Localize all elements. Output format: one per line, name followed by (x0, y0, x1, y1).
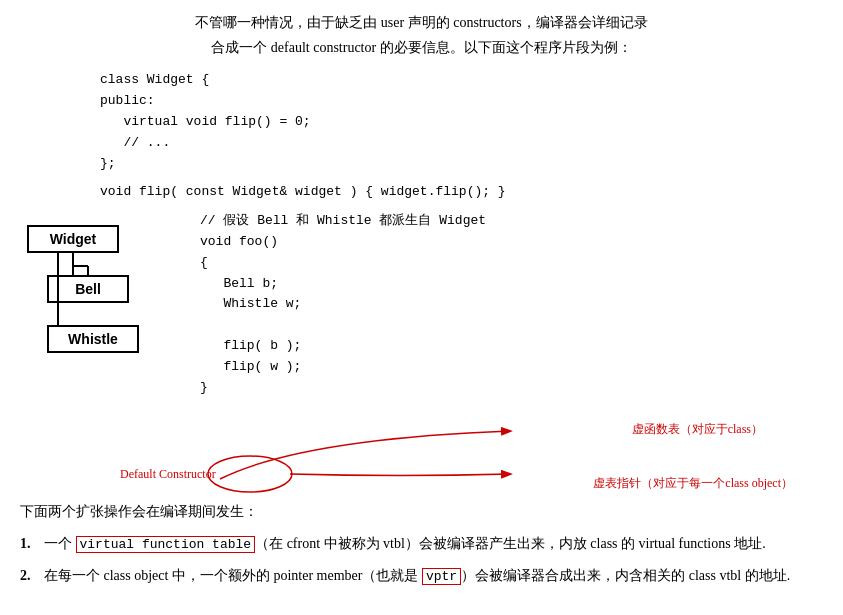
svg-text:Widget: Widget (50, 231, 97, 247)
diagram-and-code-area: Widget Bell Whistle // 假设 Bell (20, 211, 823, 419)
list-content-1: 一个 virtual function table（在 cfront 中被称为 … (44, 532, 823, 556)
intro-paragraph: 不管哪一种情况，由于缺乏由 user 声明的 constructors，编译器会… (20, 10, 823, 60)
list1-text-before: 一个 (44, 536, 76, 551)
list-content-2: 在每一个 class object 中，一个额外的 pointer member… (44, 564, 823, 588)
diagram-svg: Widget Bell Whistle (20, 221, 175, 406)
list1-text-after: （在 cfront 中被称为 vtbl）会被编译器产生出来，内放 class 的… (255, 536, 766, 551)
code-block-1: class Widget { public: virtual void flip… (100, 70, 823, 174)
svg-text:Whistle: Whistle (68, 331, 118, 347)
list-item-1: 1. 一个 virtual function table（在 cfront 中被… (20, 532, 823, 556)
svg-text:Bell: Bell (75, 281, 101, 297)
list-number-2: 2. (20, 564, 40, 588)
list2-text-before: 在每一个 class object 中，一个额外的 pointer member… (44, 568, 422, 583)
intro-line1: 不管哪一种情况，由于缺乏由 user 声明的 constructors，编译器会… (20, 10, 823, 35)
annotation-area: Default Constructor 虚函数表（对应于class） 虚表指针（… (180, 419, 823, 494)
class-diagram: Widget Bell Whistle (20, 221, 180, 419)
list-item-2: 2. 在每一个 class object 中，一个额外的 pointer mem… (20, 564, 823, 588)
expand-intro: 下面两个扩张操作会在编译期间发生： (20, 499, 823, 524)
virtual-function-table-highlight: virtual function table (76, 536, 256, 553)
intro-line2: 合成一个 default constructor 的必要信息。以下面这个程序片段… (20, 35, 823, 60)
list-items: 1. 一个 virtual function table（在 cfront 中被… (20, 532, 823, 588)
svg-point-12 (208, 456, 292, 492)
expand-intro-text: 下面两个扩张操作会在编译期间发生： (20, 504, 258, 519)
list2-text-after: ）会被编译器合成出来，内含相关的 class vtbl 的地址. (461, 568, 790, 583)
vptr-highlight: vptr (422, 568, 461, 585)
page-content: 不管哪一种情况，由于缺乏由 user 声明的 constructors，编译器会… (20, 10, 823, 589)
code-block-2: void flip( const Widget& widget ) { widg… (100, 182, 823, 203)
arrows-svg (20, 419, 660, 494)
list-number-1: 1. (20, 532, 40, 556)
code-block-3: // 假设 Bell 和 Whistle 都派生自 Widget void fo… (200, 211, 823, 419)
